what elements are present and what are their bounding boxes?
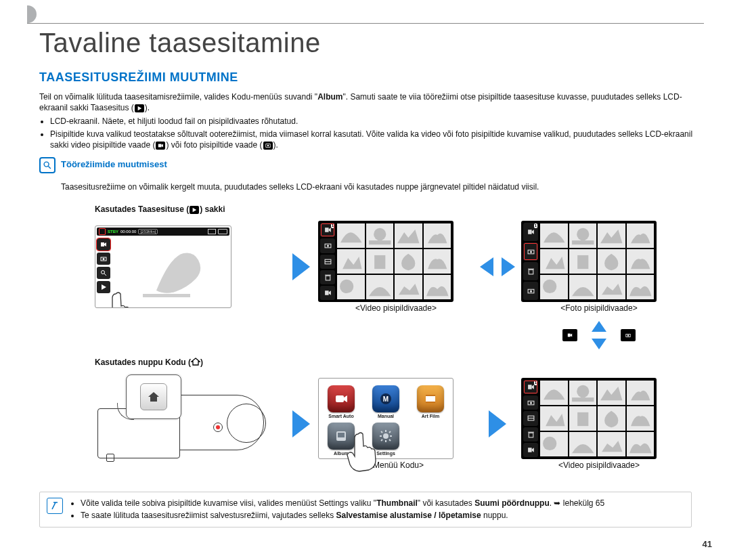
arrow-vertical-icon	[589, 320, 609, 351]
label: Smart Auto	[328, 414, 353, 418]
svg-rect-58	[426, 402, 435, 403]
text: )	[200, 358, 203, 367]
svg-point-40	[529, 290, 531, 293]
page-number: 41	[703, 539, 712, 549]
figure-heading-1: Kasutades Taasesituse () sakki	[95, 204, 284, 214]
card-icon	[208, 229, 216, 234]
svg-rect-29	[374, 255, 385, 269]
svg-rect-57	[426, 395, 435, 396]
svg-rect-60	[338, 433, 345, 437]
svg-rect-79	[528, 448, 532, 452]
svg-rect-52	[336, 395, 344, 402]
svg-rect-8	[101, 242, 104, 246]
tab-delete[interactable]	[320, 270, 335, 284]
tab-filmstrip[interactable]	[320, 255, 335, 269]
home-menu-view: Smart Auto M Manual Art Film Album	[318, 378, 474, 470]
svg-rect-17	[325, 228, 329, 232]
text: ).	[145, 103, 150, 112]
svg-point-41	[577, 228, 589, 240]
arrow-right-icon	[284, 407, 318, 441]
tab-photo[interactable]	[523, 395, 538, 410]
svg-line-13	[104, 274, 106, 276]
caption: <Video pisipildivaade>	[521, 460, 677, 470]
zoom-tab[interactable]	[97, 267, 110, 279]
tab-video[interactable]: 1	[320, 223, 335, 237]
rec-frame-icon	[99, 228, 106, 235]
photo-mode-tab[interactable]	[97, 253, 110, 265]
svg-rect-43	[577, 255, 588, 269]
tab-photo[interactable]	[523, 242, 538, 261]
label: Manual	[378, 414, 394, 418]
camcorder-lens	[227, 404, 266, 443]
svg-point-61	[383, 433, 389, 439]
svg-rect-45	[568, 334, 571, 337]
tab-delete[interactable]	[523, 427, 538, 441]
svg-rect-37	[529, 270, 533, 274]
thumbnail-grid[interactable]	[337, 223, 451, 299]
text: Pisipiltide kuva valikud teostatakse sõl…	[50, 129, 692, 150]
svg-rect-42	[572, 240, 594, 244]
home-key-icon	[140, 383, 167, 410]
camcorder-illustration	[95, 374, 284, 473]
tab-record[interactable]	[523, 443, 538, 457]
svg-point-84	[543, 437, 556, 450]
figures-area: Kasutades Taasesituse () sakki STBY 00:0…	[95, 204, 704, 473]
caption: <Foto pisipildivaade>	[521, 303, 677, 313]
svg-point-50	[627, 335, 629, 336]
svg-rect-1	[158, 144, 162, 147]
svg-marker-18	[328, 228, 330, 232]
magnifier-icon	[39, 157, 56, 173]
tab-delete[interactable]	[523, 262, 538, 280]
svg-point-36	[529, 251, 531, 253]
svg-point-44	[543, 280, 556, 293]
svg-point-20	[326, 245, 328, 247]
tab-video[interactable]: 1	[523, 223, 538, 241]
svg-rect-83	[577, 412, 588, 426]
callout-bubble	[126, 374, 181, 419]
svg-point-12	[102, 271, 105, 274]
svg-rect-15	[143, 294, 190, 297]
svg-marker-80	[531, 448, 533, 452]
svg-point-11	[103, 258, 105, 260]
tab-record[interactable]	[320, 286, 335, 300]
arrow-right-icon	[284, 250, 318, 284]
tip-item: Võite valida teile sobiva pisipiltide ku…	[81, 498, 604, 509]
svg-marker-14	[102, 284, 106, 290]
lcd-side-tabs	[97, 238, 110, 293]
video-mode-tab[interactable]	[97, 238, 110, 251]
svg-marker-47	[592, 321, 606, 332]
svg-marker-7	[193, 208, 197, 212]
figure-heading-2: Kasutades nuppu Kodu ()	[95, 358, 284, 368]
svg-rect-77	[529, 433, 533, 437]
tab-photo[interactable]	[320, 238, 335, 253]
svg-point-4	[267, 144, 269, 146]
text-bold: Salvestamise alustamise / lõpetamise	[336, 511, 481, 520]
tab-video[interactable]: 1	[523, 380, 538, 394]
menu-item-smart-auto[interactable]: Smart Auto	[324, 385, 358, 418]
svg-line-6	[48, 166, 51, 169]
lcd-status: STBY	[108, 230, 118, 234]
menu-item-art-film[interactable]: Art Film	[414, 385, 447, 418]
tip-item: Te saate lülituda taasesitusrežiimist sa…	[81, 510, 604, 521]
svg-text:M: M	[383, 395, 389, 403]
page-title: Tavaline taasesitamine	[39, 28, 704, 58]
svg-line-68	[389, 431, 391, 433]
menu-item-manual[interactable]: M Manual	[369, 385, 403, 418]
arrow-horizontal-icon	[474, 255, 521, 279]
finger-tap-icon	[345, 431, 378, 472]
svg-rect-82	[572, 397, 594, 402]
thumbnail-grid[interactable]	[540, 381, 654, 456]
text: Võite valida teile sobiva pisipiltide ku…	[81, 498, 376, 508]
text-bold: Suumi pöördnuppu	[474, 498, 550, 508]
thumbnail-grid[interactable]	[540, 223, 654, 299]
caption: <Video pisipildivaade>	[318, 303, 474, 313]
tab-record[interactable]	[523, 282, 538, 300]
page-content: Tavaline taasesitamine TAASESITUSREŽIIMI…	[27, 23, 704, 527]
tab-filmstrip[interactable]	[523, 411, 538, 425]
svg-marker-9	[104, 242, 106, 246]
svg-marker-2	[162, 144, 163, 147]
label: Settings	[376, 451, 395, 456]
text: ) sakki	[200, 204, 225, 214]
svg-rect-35	[528, 250, 534, 254]
text: Kasutades Taasesituse (	[95, 204, 189, 214]
